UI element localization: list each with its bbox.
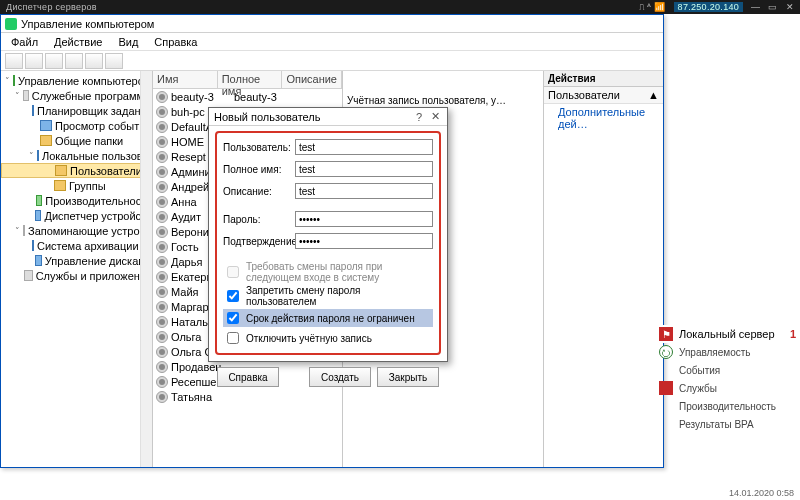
input-confirm[interactable]	[295, 233, 433, 249]
srv-performance[interactable]: Производительность	[655, 397, 800, 415]
tool-export-icon[interactable]	[85, 53, 103, 69]
tree-item[interactable]: Производительность	[1, 193, 152, 208]
input-user[interactable]	[295, 139, 433, 155]
tree-item[interactable]: Просмотр событий	[1, 118, 152, 133]
user-icon	[156, 91, 168, 103]
server-manager-panel: ⚑ Локальный сервер 1 ⭮ Управляемость Соб…	[655, 325, 800, 433]
actions-header: Действия	[544, 71, 663, 87]
mmc-app-icon	[5, 18, 17, 30]
timestamp: 14.01.2020 0:58	[729, 488, 794, 498]
check-disable-account[interactable]: Отключить учётную запись	[223, 329, 433, 347]
tree-item[interactable]: Пользователи	[1, 163, 152, 178]
checkbox-never-expires[interactable]	[227, 312, 239, 324]
input-description[interactable]	[295, 183, 433, 199]
checkbox-disable-account[interactable]	[227, 332, 239, 344]
tree-item[interactable]: ˅Служебные программы	[1, 88, 152, 103]
col-name[interactable]: Имя	[153, 71, 218, 89]
user-icon	[156, 301, 168, 313]
srv-alert-count: 1	[790, 328, 796, 340]
tree-item[interactable]: ˅Запоминающие устройства	[1, 223, 152, 238]
check-must-change: Требовать смены пароля при следующем вхо…	[223, 261, 433, 283]
checkbox-cannot-change[interactable]	[227, 290, 239, 302]
actions-more-link[interactable]: Дополнительные дей…	[544, 104, 663, 132]
ip-address: 87.250.20.140	[674, 2, 743, 12]
user-icon	[156, 166, 168, 178]
check-cannot-change[interactable]: Запретить смену пароля пользователем	[223, 285, 433, 307]
label-fullname: Полное имя:	[223, 164, 291, 175]
tree-pane[interactable]: ˅ Управление компьютером (л ˅Служебные п…	[1, 71, 153, 467]
user-icon	[156, 286, 168, 298]
user-icon	[156, 106, 168, 118]
button-help[interactable]: Справка	[217, 367, 279, 387]
user-icon	[156, 151, 168, 163]
user-icon	[156, 241, 168, 253]
tool-fwd-icon[interactable]	[25, 53, 43, 69]
srv-manageability[interactable]: ⭮ Управляемость	[655, 343, 800, 361]
tree-root[interactable]: ˅ Управление компьютером (л	[1, 73, 152, 88]
user-icon	[156, 271, 168, 283]
tool-help-icon[interactable]	[105, 53, 123, 69]
tree-item[interactable]: Группы	[1, 178, 152, 193]
input-password[interactable]	[295, 211, 433, 227]
status-error-icon	[659, 381, 673, 395]
desc-hint: Учётная запись пользователя, у…	[347, 95, 506, 106]
mmc-title-text: Управление компьютером	[21, 18, 154, 30]
col-desc[interactable]: Описание	[282, 71, 342, 89]
button-close[interactable]: Закрыть	[377, 367, 439, 387]
tool-refresh-icon[interactable]	[65, 53, 83, 69]
srv-header[interactable]: ⚑ Локальный сервер 1	[655, 325, 800, 343]
window-close-icon[interactable]: ✕	[786, 2, 794, 12]
user-icon	[156, 376, 168, 388]
mmc-toolbar	[1, 51, 663, 71]
user-icon	[156, 391, 168, 403]
mmc-titlebar[interactable]: Управление компьютером	[1, 15, 663, 33]
tree-item[interactable]: Службы и приложения	[1, 268, 152, 283]
srv-events[interactable]: События	[655, 361, 800, 379]
col-fullname[interactable]: Полное имя	[218, 71, 283, 89]
menu-file[interactable]: Файл	[5, 35, 44, 49]
list-item[interactable]: beauty-3beauty-3	[153, 89, 342, 104]
check-never-expires[interactable]: Срок действия пароля не ограничен	[223, 309, 433, 327]
dialog-title-text: Новый пользователь	[214, 111, 320, 123]
user-icon	[156, 361, 168, 373]
tool-up-icon[interactable]	[45, 53, 63, 69]
label-desc: Описание:	[223, 186, 291, 197]
tree-item[interactable]: ˅Локальные пользователи	[1, 148, 152, 163]
tree-item[interactable]: Планировщик заданий	[1, 103, 152, 118]
tool-back-icon[interactable]	[5, 53, 23, 69]
tree-item[interactable]: Система архивации да	[1, 238, 152, 253]
menu-help[interactable]: Справка	[148, 35, 203, 49]
menu-action[interactable]: Действие	[48, 35, 108, 49]
label-password: Пароль:	[223, 214, 291, 225]
tree-scrollbar[interactable]	[140, 71, 152, 467]
tree-item[interactable]: Общие папки	[1, 133, 152, 148]
srv-services[interactable]: Службы	[655, 379, 800, 397]
tree-item[interactable]: Диспетчер устройств	[1, 208, 152, 223]
app-title: Диспетчер серверов	[6, 2, 97, 12]
menu-view[interactable]: Вид	[112, 35, 144, 49]
list-header[interactable]: Имя Полное имя Описание	[153, 71, 342, 89]
user-icon	[156, 331, 168, 343]
input-fullname[interactable]	[295, 161, 433, 177]
dialog-close-icon[interactable]: ✕	[428, 110, 442, 123]
label-confirm: Подтверждение:	[223, 236, 291, 247]
highlighted-fields-box: Пользователь: Полное имя: Описание: Паро…	[215, 131, 441, 355]
srv-bpa[interactable]: Результаты BPA	[655, 415, 800, 433]
dialog-titlebar[interactable]: Новый пользователь ? ✕	[209, 108, 447, 126]
checkbox-must-change	[227, 266, 239, 278]
actions-pane: Действия Пользователи ▲ Дополнительные д…	[543, 71, 663, 467]
app-top-strip: Диспетчер серверов ⎍ ᴬ 📶 87.250.20.140 —…	[0, 0, 800, 14]
caret-up-icon[interactable]: ▲	[648, 89, 659, 101]
dialog-help-icon[interactable]: ?	[416, 111, 422, 123]
window-min-icon[interactable]: —	[751, 2, 760, 12]
new-user-dialog[interactable]: Новый пользователь ? ✕ Пользователь: Пол…	[208, 107, 448, 362]
tree-item[interactable]: Управление дисками	[1, 253, 152, 268]
label-user: Пользователь:	[223, 142, 291, 153]
user-icon	[156, 136, 168, 148]
window-max-icon[interactable]: ▭	[768, 2, 777, 12]
button-create[interactable]: Создать	[309, 367, 371, 387]
signal-icon: ⎍ ᴬ 📶	[639, 2, 666, 12]
user-icon	[156, 316, 168, 328]
actions-sub[interactable]: Пользователи ▲	[544, 87, 663, 104]
mmc-menu-bar[interactable]: Файл Действие Вид Справка	[1, 33, 663, 51]
